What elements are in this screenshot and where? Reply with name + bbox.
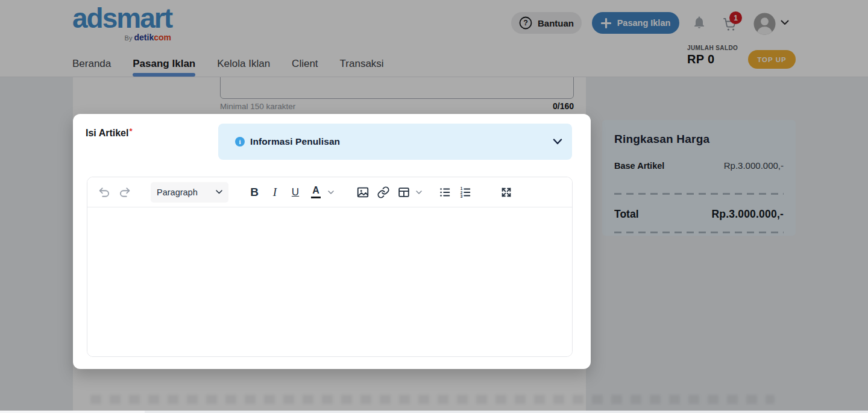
svg-text:3: 3 — [461, 194, 463, 198]
numbered-list-icon[interactable]: 123 — [455, 182, 476, 203]
informasi-penulisan-accordion[interactable]: i Informasi Penulisan — [218, 124, 572, 160]
text-color-icon[interactable]: A — [306, 182, 326, 203]
image-icon[interactable] — [353, 182, 373, 203]
bottom-scroll-thumb — [0, 411, 145, 413]
rich-text-editor: Paragraph B I U A — [87, 177, 573, 357]
bottom-scroll-strip — [0, 411, 868, 413]
bulleted-list-icon[interactable] — [435, 182, 455, 203]
link-icon[interactable] — [373, 182, 394, 203]
redo-icon[interactable] — [115, 182, 135, 203]
editor-content-area[interactable] — [87, 207, 572, 357]
italic-icon[interactable]: I — [265, 182, 285, 203]
accordion-chevron-down-icon — [553, 139, 562, 145]
paragraph-style-label: Paragraph — [157, 188, 198, 197]
fullscreen-icon[interactable] — [496, 182, 517, 203]
dropdown-chevron-icon — [216, 190, 222, 194]
info-icon: i — [235, 137, 245, 147]
app-root: adsmart By detikcom Beranda Pasang Iklan… — [0, 0, 868, 413]
text-color-chevron-icon[interactable] — [326, 182, 336, 203]
table-icon[interactable] — [394, 182, 414, 203]
undo-icon[interactable] — [94, 182, 115, 203]
required-asterisk: * — [129, 127, 132, 136]
table-chevron-icon[interactable] — [414, 182, 424, 203]
paragraph-style-dropdown[interactable]: Paragraph — [151, 182, 228, 203]
isi-artikel-label: Isi Artikel* — [86, 127, 133, 139]
accordion-title: Informasi Penulisan — [250, 136, 340, 147]
underline-icon[interactable]: U — [285, 182, 306, 203]
isi-artikel-label-text: Isi Artikel — [86, 128, 128, 138]
isi-artikel-spotlight: Isi Artikel* i Informasi Penulisan Parag… — [73, 114, 591, 369]
bold-icon[interactable]: B — [244, 182, 265, 203]
editor-toolbar: Paragraph B I U A — [87, 177, 572, 207]
